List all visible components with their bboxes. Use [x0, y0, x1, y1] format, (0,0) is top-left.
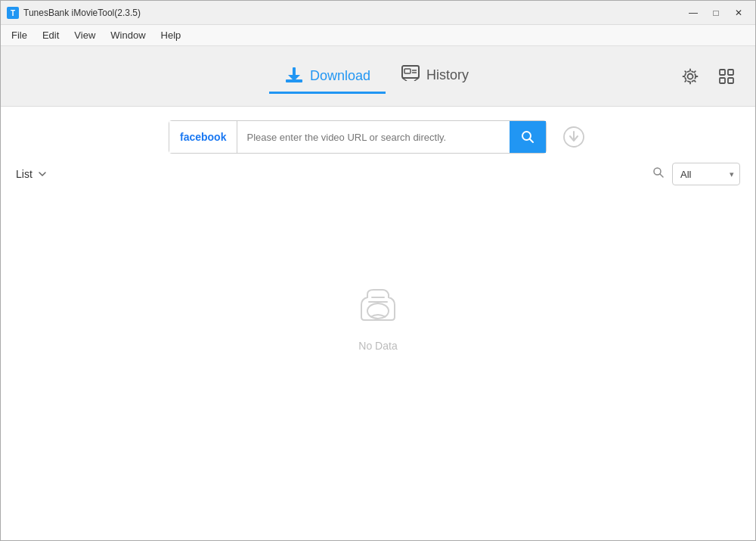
menu-edit[interactable]: Edit: [35, 26, 67, 44]
menu-view[interactable]: View: [67, 26, 103, 44]
tab-download-label: Download: [310, 68, 370, 84]
history-tab-icon: [401, 64, 420, 86]
list-controls: All Video Audio ▾: [652, 163, 740, 185]
download-circle-button[interactable]: [560, 123, 587, 151]
search-button[interactable]: [510, 121, 546, 153]
app-title: TunesBank iMovieTool(2.3.5): [23, 8, 141, 18]
list-search-icon: [652, 166, 665, 179]
list-label-text: List: [16, 168, 33, 180]
minimize-button[interactable]: —: [683, 5, 704, 21]
no-data-icon: [355, 284, 401, 332]
title-bar-left: T TunesBank iMovieTool(2.3.5): [7, 7, 141, 19]
svg-text:T: T: [11, 9, 15, 17]
tab-history[interactable]: History: [386, 58, 484, 94]
svg-line-22: [660, 174, 663, 177]
svg-line-18: [530, 139, 534, 143]
menu-file[interactable]: File: [4, 26, 35, 44]
tab-download[interactable]: Download: [269, 60, 386, 94]
download-tab-icon: [284, 66, 304, 86]
grid-icon: [717, 67, 736, 86]
search-input[interactable]: [237, 121, 510, 153]
svg-rect-6: [404, 69, 411, 73]
svg-rect-14: [728, 70, 733, 75]
svg-rect-16: [728, 78, 733, 83]
no-data-text: No Data: [358, 340, 397, 352]
gear-icon: [681, 67, 699, 86]
download-circle-icon: [562, 126, 585, 148]
close-button[interactable]: ✕: [728, 5, 749, 21]
search-container: facebook: [169, 120, 547, 154]
title-bar: T TunesBank iMovieTool(2.3.5) — □ ✕: [1, 1, 755, 25]
sort-icon: [37, 169, 48, 179]
filter-select[interactable]: All Video Audio: [672, 163, 740, 185]
list-search-button[interactable]: [652, 166, 665, 182]
grid-view-button[interactable]: [713, 63, 740, 90]
no-data-area: No Data: [1, 185, 755, 450]
menu-window[interactable]: Window: [103, 26, 153, 44]
app-icon: T: [7, 7, 19, 19]
svg-rect-13: [720, 70, 725, 75]
toolbar-right: [677, 63, 740, 90]
svg-rect-15: [720, 78, 725, 83]
settings-button[interactable]: [677, 63, 704, 90]
tab-history-label: History: [426, 67, 469, 83]
platform-button[interactable]: facebook: [169, 121, 237, 153]
toolbar-tabs: Download History: [269, 58, 484, 94]
list-label[interactable]: List: [16, 168, 48, 180]
toolbar: Download History: [1, 46, 755, 107]
maximize-button[interactable]: □: [705, 5, 727, 21]
search-icon: [521, 130, 534, 144]
title-bar-controls: — □ ✕: [683, 5, 749, 21]
menu-help[interactable]: Help: [153, 26, 189, 44]
filter-select-wrapper: All Video Audio ▾: [672, 163, 740, 185]
list-area: List All Video Audio ▾: [1, 154, 755, 185]
menu-bar: File Edit View Window Help: [1, 25, 755, 46]
svg-point-11: [687, 73, 692, 79]
search-area: facebook: [1, 107, 755, 154]
